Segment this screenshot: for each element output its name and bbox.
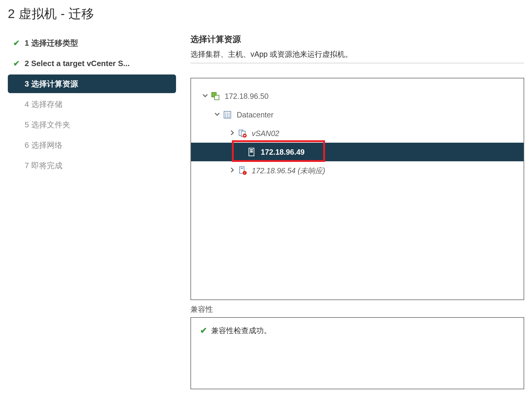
wizard-step-label: 4 选择存储 [25,99,62,110]
datacenter-icon [222,110,233,120]
compute-resource-tree: 172.18.96.50 [190,78,524,300]
check-icon: ✔ [13,38,25,48]
host-icon [246,147,257,157]
svg-rect-1 [214,95,219,100]
wizard-step-label: 7 即将完成 [25,160,62,171]
wizard-step-4[interactable]: 4 选择存储 [8,95,176,114]
divider [190,63,524,63]
wizard-step-label: 6 选择网络 [25,140,62,150]
section-subheading: 选择集群、主机、vApp 或资源池来运行虚拟机。 [190,49,524,59]
compatibility-panel: ✔ 兼容性检查成功。 [190,317,524,389]
svg-rect-12 [250,151,253,152]
wizard-step-label: 5 选择文件夹 [25,120,70,130]
chevron-down-icon[interactable] [200,92,210,100]
tree-node-label: 172.18.96.49 [261,148,305,156]
tree-node-host-selected[interactable]: 172.18.96.49 [191,143,524,161]
svg-text:!: ! [244,172,245,175]
dialog-title: 2 虚拟机 - 迁移 [8,5,524,22]
wizard-step-label: 1 选择迁移类型 [25,38,78,48]
chevron-right-icon[interactable] [227,129,237,137]
wizard-step-5[interactable]: 5 选择文件夹 [8,115,176,134]
check-icon: ✔ [13,59,25,68]
host-error-icon: ! [237,166,248,176]
wizard-step-label: 3 选择计算资源 [25,79,78,89]
tree-node-label: 172.18.96.50 [225,92,269,101]
tree-node-cluster[interactable]: vSAN02 [191,124,524,143]
wizard-step-3[interactable]: 3 选择计算资源 [8,74,176,93]
svg-rect-9 [244,135,246,136]
compatibility-label: 兼容性 [190,304,524,314]
tree-node-host-unresponsive[interactable]: ! 172.18.96.54 (未响应) [191,161,524,180]
chevron-down-icon[interactable] [212,111,222,119]
wizard-step-6[interactable]: 6 选择网络 [8,136,176,154]
check-icon: ✔ [200,326,207,336]
cluster-icon [237,128,248,138]
tree-node-label: 172.18.96.54 (未响应) [252,166,325,176]
wizard-step-7[interactable]: 7 即将完成 [8,156,176,175]
svg-rect-11 [250,149,253,150]
chevron-right-icon[interactable] [227,167,237,175]
svg-rect-14 [241,168,243,169]
tree-node-vcenter[interactable]: 172.18.96.50 [191,87,524,105]
compatibility-message: 兼容性检查成功。 [211,326,271,336]
vcenter-icon [210,91,220,101]
tree-node-label: Datacenter [237,111,273,119]
wizard-steps-sidebar: ✔ 1 选择迁移类型 ✔ 2 Select a target vCenter S… [8,34,176,389]
tree-node-datacenter[interactable]: Datacenter [191,105,524,124]
wizard-step-label: 2 Select a target vCenter S... [25,59,130,68]
section-heading: 选择计算资源 [190,34,524,45]
wizard-step-1[interactable]: ✔ 1 选择迁移类型 [8,34,176,52]
tree-node-label: vSAN02 [252,129,279,138]
wizard-step-2[interactable]: ✔ 2 Select a target vCenter S... [8,54,176,73]
